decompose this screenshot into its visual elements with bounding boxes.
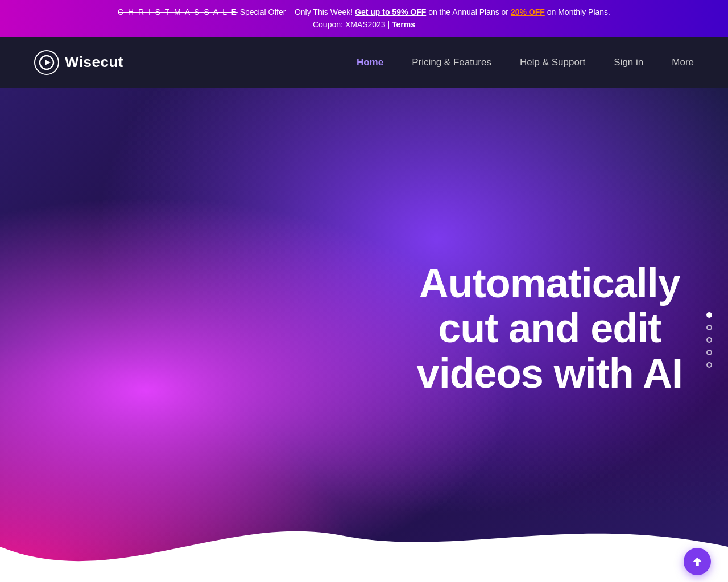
banner-offer2-link[interactable]: 20% OFF bbox=[511, 7, 545, 16]
hero-title-line3: videos with AI bbox=[417, 351, 682, 396]
navbar: Wisecut Home Pricing & Features Help & S… bbox=[0, 37, 728, 88]
nav-link-signin[interactable]: Sign in bbox=[614, 57, 643, 68]
logo-icon bbox=[34, 50, 59, 75]
scroll-dot-2[interactable] bbox=[706, 325, 712, 330]
scroll-dot-5[interactable] bbox=[706, 362, 712, 368]
nav-link-help[interactable]: Help & Support bbox=[520, 57, 585, 68]
nav-link-pricing[interactable]: Pricing & Features bbox=[412, 57, 491, 68]
hero-section: Automatically cut and edit videos with A… bbox=[0, 88, 728, 582]
promo-banner: C H R I S T M A S S A L E Special Offer … bbox=[0, 0, 728, 37]
banner-text1: Special Offer – Only This Week! bbox=[240, 7, 355, 16]
hero-title-line2: cut and edit bbox=[438, 306, 661, 351]
hero-content: Automatically cut and edit videos with A… bbox=[417, 261, 682, 397]
banner-offer1-link[interactable]: Get up to 59% OFF bbox=[355, 7, 426, 16]
nav-item-more[interactable]: More bbox=[672, 57, 694, 68]
banner-text3: on Monthly Plans. bbox=[545, 7, 610, 16]
logo-text: Wisecut bbox=[65, 53, 123, 71]
nav-link-home[interactable]: Home bbox=[357, 57, 383, 68]
hero-title-line1: Automatically bbox=[419, 261, 680, 306]
nav-item-signin[interactable]: Sign in bbox=[614, 57, 643, 68]
hero-wave bbox=[0, 479, 728, 582]
scroll-indicator bbox=[706, 312, 712, 368]
banner-coupon: Coupon: XMAS2023 | bbox=[313, 20, 392, 29]
nav-item-home[interactable]: Home bbox=[357, 57, 383, 68]
banner-terms-link[interactable]: Terms bbox=[392, 20, 415, 29]
back-to-top-button[interactable] bbox=[684, 548, 711, 575]
nav-item-pricing[interactable]: Pricing & Features bbox=[412, 57, 491, 68]
scroll-dot-1[interactable] bbox=[706, 312, 712, 318]
nav-links: Home Pricing & Features Help & Support S… bbox=[357, 57, 694, 68]
banner-sale-text: C H R I S T M A S S A L E bbox=[118, 7, 238, 16]
svg-marker-1 bbox=[45, 60, 51, 65]
nav-item-help[interactable]: Help & Support bbox=[520, 57, 585, 68]
hero-title: Automatically cut and edit videos with A… bbox=[417, 261, 682, 397]
banner-text2: on the Annual Plans or bbox=[426, 7, 511, 16]
scroll-dot-3[interactable] bbox=[706, 337, 712, 343]
nav-link-more[interactable]: More bbox=[672, 57, 694, 68]
logo-link[interactable]: Wisecut bbox=[34, 50, 123, 75]
scroll-dot-4[interactable] bbox=[706, 350, 712, 355]
